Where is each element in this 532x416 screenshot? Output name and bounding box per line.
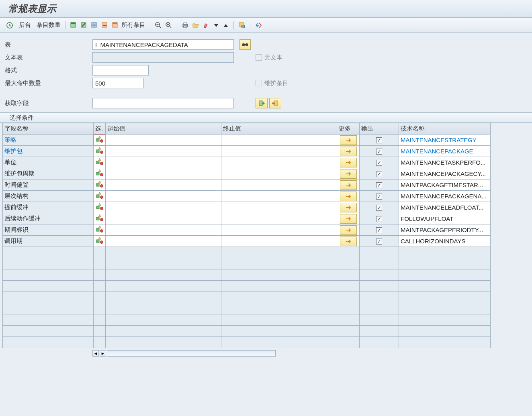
multiple-selection-button[interactable] xyxy=(340,147,357,156)
table-view-button[interactable] xyxy=(90,20,99,30)
print-button[interactable] xyxy=(180,20,190,30)
cell-select-option[interactable] xyxy=(94,146,106,157)
col-output[interactable]: 输出 xyxy=(360,123,399,135)
cell-from[interactable] xyxy=(106,179,221,191)
cell-to[interactable] xyxy=(221,236,337,247)
triangle-up-icon xyxy=(223,22,229,28)
scroll-track[interactable] xyxy=(107,350,276,357)
select-options-icon xyxy=(95,135,104,144)
variant-button[interactable] xyxy=(237,20,247,30)
cell-from[interactable] xyxy=(106,236,221,247)
multiple-selection-button[interactable] xyxy=(340,192,357,201)
cell-from[interactable] xyxy=(106,146,221,157)
cell-select-option[interactable] xyxy=(94,191,106,202)
magnify-minus-icon xyxy=(155,22,162,29)
cell-to[interactable] xyxy=(221,213,337,224)
cell-from xyxy=(106,326,221,337)
multiple-selection-button[interactable] xyxy=(340,225,357,235)
cell-from[interactable] xyxy=(106,168,221,179)
scroll-right-button[interactable]: ► xyxy=(100,350,106,357)
cell-to[interactable] xyxy=(221,202,337,213)
scroll-left-button[interactable]: ◄ xyxy=(92,350,99,357)
multiple-selection-button[interactable] xyxy=(340,237,357,246)
field-label: 调用期 xyxy=(4,237,23,244)
table-input[interactable] xyxy=(92,39,234,50)
cell-select-option[interactable] xyxy=(94,168,106,179)
multiple-selection-button[interactable] xyxy=(340,180,357,190)
multiple-selection-button[interactable] xyxy=(340,169,357,179)
table-edit-button[interactable] xyxy=(79,20,89,30)
entry-count-button[interactable]: 条目数量 xyxy=(33,20,62,30)
get-fields-input[interactable] xyxy=(92,98,234,108)
export-button[interactable] xyxy=(191,20,201,30)
output-checkbox[interactable]: ✓ xyxy=(376,171,382,177)
cell-select-option[interactable] xyxy=(94,135,106,146)
grid-row-empty xyxy=(3,326,491,337)
cell-tech-name xyxy=(399,258,491,269)
dropdown-up-button[interactable] xyxy=(221,20,230,30)
field-label: 后续动作缓冲 xyxy=(4,215,41,222)
execute-button[interactable] xyxy=(5,20,14,30)
multiple-selection-button[interactable] xyxy=(340,214,357,224)
output-checkbox[interactable]: ✓ xyxy=(376,137,382,143)
col-from[interactable]: 起始值 xyxy=(106,123,221,135)
horizontal-scrollbar[interactable]: ◄ ► xyxy=(0,349,532,358)
select-options-icon xyxy=(95,180,104,189)
cell-to[interactable] xyxy=(221,168,337,179)
output-checkbox[interactable]: ✓ xyxy=(376,194,382,200)
zoom-in-button[interactable] xyxy=(164,20,174,30)
field-label[interactable]: 维护包 xyxy=(4,147,23,154)
cell-to[interactable] xyxy=(221,191,337,202)
export-fields-button[interactable] xyxy=(269,98,281,108)
multiple-selection-button[interactable] xyxy=(340,203,357,212)
output-checkbox[interactable]: ✓ xyxy=(376,227,382,233)
col-to[interactable]: 终止值 xyxy=(221,123,337,135)
output-checkbox[interactable]: ✓ xyxy=(376,149,382,155)
svg-point-23 xyxy=(100,151,103,154)
col-select[interactable]: 选. xyxy=(94,123,106,135)
cell-select-option[interactable] xyxy=(94,236,106,247)
col-tech-name[interactable]: 技术名称 xyxy=(399,123,491,135)
cell-to[interactable] xyxy=(221,157,337,168)
output-checkbox[interactable]: ✓ xyxy=(376,205,382,211)
output-checkbox[interactable]: ✓ xyxy=(376,160,382,166)
cell-select-option[interactable] xyxy=(94,213,106,224)
zoom-out-button[interactable] xyxy=(153,20,163,30)
cell-from[interactable] xyxy=(106,135,221,146)
col-more[interactable]: 更多 xyxy=(337,123,360,135)
table-delete-button[interactable] xyxy=(100,20,110,30)
multiple-selection-button[interactable] xyxy=(340,158,357,167)
cell-from[interactable] xyxy=(106,202,221,213)
cell-tech-name: MAINTENANCEPACKAGENA... xyxy=(399,191,491,202)
cell-to[interactable] xyxy=(221,146,337,157)
cell-select-option[interactable] xyxy=(94,179,106,191)
dropdown-down-button[interactable] xyxy=(212,20,221,30)
cell-output xyxy=(360,314,399,326)
output-checkbox[interactable]: ✓ xyxy=(376,216,382,222)
cell-to[interactable] xyxy=(221,179,337,191)
cell-select-option[interactable] xyxy=(94,157,106,168)
output-checkbox[interactable]: ✓ xyxy=(376,182,382,188)
cell-from[interactable] xyxy=(106,224,221,236)
multiple-selection-button[interactable] xyxy=(340,135,357,145)
cell-select-option[interactable] xyxy=(94,202,106,213)
max-hits-input[interactable] xyxy=(92,78,144,88)
triangle-down-icon xyxy=(213,22,219,28)
cell-to[interactable] xyxy=(221,224,337,236)
background-button[interactable]: 后台 xyxy=(15,20,32,30)
cell-from[interactable] xyxy=(106,157,221,168)
format-input[interactable] xyxy=(92,65,149,75)
find-table-button[interactable] xyxy=(239,39,251,50)
field-label[interactable]: 策略 xyxy=(4,136,16,143)
cell-select-option[interactable] xyxy=(94,224,106,236)
col-field-name[interactable]: 字段名称 xyxy=(3,123,94,135)
all-entries-button[interactable]: 所有条目 xyxy=(110,20,147,30)
cell-from[interactable] xyxy=(106,191,221,202)
table-insert-button[interactable] xyxy=(69,20,78,30)
highlight-button[interactable] xyxy=(201,20,211,30)
import-fields-button[interactable] xyxy=(256,98,268,108)
output-checkbox[interactable]: ✓ xyxy=(376,239,382,245)
exit-button[interactable] xyxy=(254,20,263,30)
cell-to[interactable] xyxy=(221,135,337,146)
cell-from[interactable] xyxy=(106,213,221,224)
